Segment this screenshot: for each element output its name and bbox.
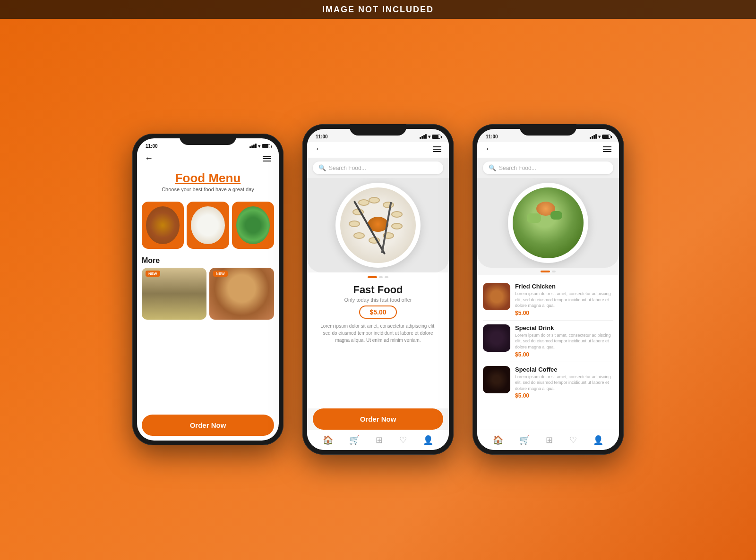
battery-fill — [262, 144, 268, 148]
slide-indicators — [307, 272, 449, 280]
menu-line — [263, 158, 271, 159]
dot-active-3 — [541, 271, 550, 272]
top-bar-text: IMAGE NOT INCLUDED — [322, 5, 434, 15]
more-card-2[interactable]: NEW — [209, 268, 274, 320]
food-menu-title: Food Menu — [145, 171, 271, 186]
menu-line — [433, 146, 441, 147]
featured-cards — [137, 198, 279, 253]
nav-home-icon[interactable]: 🏠 — [323, 435, 333, 445]
item-price-2: $5.00 — [515, 351, 613, 358]
menu-button-2[interactable] — [433, 146, 441, 152]
food-piece-3 — [550, 211, 562, 220]
food-image-2 — [191, 206, 224, 244]
phone-3-notch — [520, 124, 576, 136]
menu-item-2[interactable]: Special Drink Lorem ipsum dolor sit amet… — [483, 321, 613, 362]
phone-2-screen: 11:00 ▾ ← — [307, 129, 449, 450]
search-bar-2[interactable]: 🔍 Search Food... — [313, 161, 443, 174]
item-title-2: Special Drink — [515, 324, 613, 331]
menu-item-3[interactable]: Special Coffee Lorem ipsum dolor sit ame… — [483, 362, 613, 403]
wifi-icon-3: ▾ — [598, 134, 601, 139]
item-image-3 — [483, 366, 510, 393]
phone-2-search-wrapper: 🔍 Search Food... — [307, 158, 449, 178]
phone-1-status-right: ▾ — [249, 144, 270, 149]
food-name: Fast Food — [315, 284, 441, 296]
bottom-nav-2: 🏠 🛒 ⊞ ♡ 👤 — [307, 430, 449, 450]
phone-1-time: 11:00 — [146, 144, 158, 149]
featured-card-3[interactable] — [232, 202, 274, 249]
food-menu-subtitle: Choose your best food have a great day — [145, 187, 271, 192]
signal-bars-3 — [590, 134, 597, 139]
menu-line — [263, 161, 271, 161]
battery-fill — [432, 135, 438, 138]
phone-3-nav: ← — [477, 142, 619, 158]
phone-1-notch — [180, 134, 236, 145]
item-info-2: Special Drink Lorem ipsum dolor sit amet… — [515, 324, 613, 358]
signal-bar — [251, 145, 253, 148]
wifi-icon-2: ▾ — [428, 134, 430, 139]
menu-button-1[interactable] — [263, 156, 271, 161]
nav-grid-icon[interactable]: ⊞ — [376, 435, 383, 445]
bottom-nav-3: 🏠 🛒 ⊞ ♡ 👤 — [477, 430, 619, 450]
nav-grid-icon-3[interactable]: ⊞ — [546, 435, 553, 445]
food-description: Lorem ipsum dolor sit amet, consectetur … — [315, 322, 441, 344]
featured-card-1[interactable] — [142, 202, 184, 249]
signal-bar — [249, 146, 251, 148]
battery-1 — [262, 144, 270, 148]
search-icon-2: 🔍 — [318, 164, 326, 171]
signal-bar — [593, 135, 595, 139]
nav-home-icon-3[interactable]: 🏠 — [493, 435, 503, 445]
nav-user-icon-3[interactable]: 👤 — [593, 435, 603, 445]
phone-3: 11:00 ▾ ← — [472, 124, 624, 455]
back-button-2[interactable]: ← — [315, 144, 323, 154]
phone-3-time: 11:00 — [486, 134, 498, 139]
phone-3-search-wrapper: 🔍 Search Food... — [477, 158, 619, 178]
search-bar-3[interactable]: 🔍 Search Food... — [483, 161, 613, 174]
item-image-2 — [483, 324, 510, 352]
dumpling — [349, 221, 360, 227]
nav-cart-icon[interactable]: 🛒 — [349, 435, 360, 445]
back-button-1[interactable]: ← — [145, 153, 153, 163]
phone-2: 11:00 ▾ ← — [302, 124, 454, 455]
hero-food-area-2 — [307, 178, 449, 272]
hero-food-3 — [513, 187, 584, 258]
signal-bar — [592, 136, 593, 139]
more-section: More NEW NEW — [137, 253, 279, 411]
battery-3 — [602, 135, 610, 139]
dot-inactive — [385, 276, 388, 278]
dot-active — [368, 276, 377, 278]
phone-2-time: 11:00 — [316, 134, 328, 139]
signal-bar — [595, 134, 597, 139]
menu-line — [603, 146, 611, 147]
featured-card-2[interactable] — [187, 202, 229, 249]
phone-1: 11:00 ▾ ← — [132, 134, 284, 445]
dumpling — [391, 211, 403, 218]
dumpling — [358, 199, 369, 206]
search-icon-3: 🔍 — [489, 164, 496, 171]
new-badge-2: NEW — [213, 271, 228, 277]
food-info-2: Fast Food Only today this fast food offe… — [307, 280, 449, 408]
item-image-1 — [483, 283, 510, 310]
search-text-3: Search Food... — [499, 165, 536, 171]
nav-heart-icon-3[interactable]: ♡ — [569, 435, 577, 445]
menu-line — [433, 149, 441, 150]
hero-plate-2 — [335, 183, 421, 268]
nav-heart-icon[interactable]: ♡ — [399, 435, 407, 445]
back-button-3[interactable]: ← — [485, 144, 493, 154]
nav-user-icon[interactable]: 👤 — [423, 435, 433, 445]
food-piece-2 — [527, 213, 541, 223]
nav-cart-icon-3[interactable]: 🛒 — [519, 435, 530, 445]
item-price-3: $5.00 — [515, 392, 613, 399]
signal-bar — [253, 144, 255, 148]
order-now-button-1[interactable]: Order Now — [142, 415, 274, 436]
phone-2-nav: ← — [307, 142, 449, 158]
menu-button-3[interactable] — [603, 146, 611, 152]
item-info-3: Special Coffee Lorem ipsum dolor sit ame… — [515, 366, 613, 399]
menu-list: Fried Chicken Lorem ipsum dolor sit amet… — [477, 275, 619, 430]
new-badge-1: NEW — [146, 271, 160, 277]
more-card-1[interactable]: NEW — [142, 268, 206, 320]
price-badge: $5.00 — [359, 305, 396, 319]
item-info-1: Fried Chicken Lorem ipsum dolor sit amet… — [515, 283, 613, 316]
order-now-button-2[interactable]: Order Now — [313, 408, 443, 430]
signal-bar — [255, 144, 257, 148]
menu-item-1[interactable]: Fried Chicken Lorem ipsum dolor sit amet… — [483, 279, 613, 321]
